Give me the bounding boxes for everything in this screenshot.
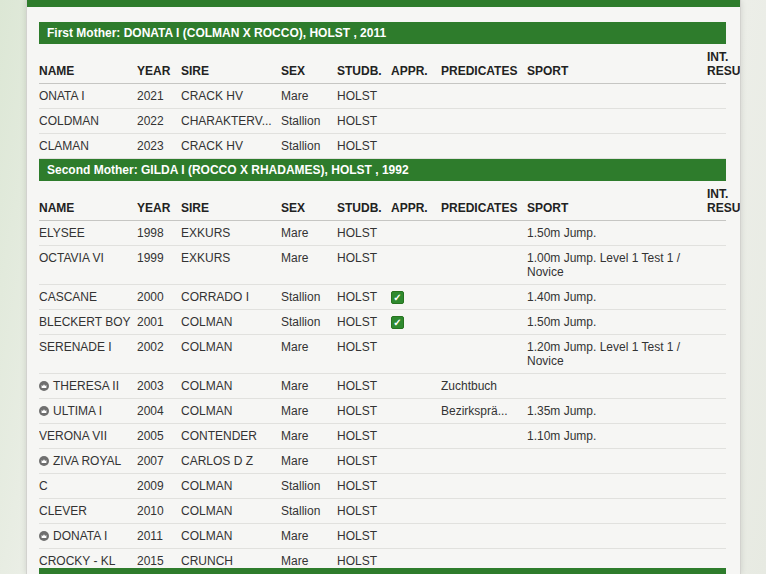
sex-cell: Mare bbox=[281, 424, 337, 449]
offspring-row: CASCANE2000CORRADO IStallionHOLST✓1.40m … bbox=[39, 285, 726, 310]
int-results-cell bbox=[707, 134, 726, 159]
predicates-cell: Zuchtbuch bbox=[441, 374, 527, 399]
horse-name[interactable]: ELYSEE bbox=[39, 226, 85, 240]
appr-cell bbox=[391, 499, 441, 524]
horse-name[interactable]: DONATA I bbox=[53, 529, 107, 543]
sire-cell: COLMAN bbox=[181, 399, 281, 424]
horse-name-cell[interactable]: BLECKERT BOY bbox=[39, 310, 137, 335]
horse-name-cell[interactable]: COLDMAN bbox=[39, 109, 137, 134]
horse-name[interactable]: THERESA II bbox=[53, 379, 119, 393]
horse-name-cell[interactable]: ULTIMA I bbox=[39, 399, 137, 424]
predicates-cell bbox=[441, 499, 527, 524]
int-results-cell bbox=[707, 335, 726, 374]
horse-name-cell[interactable]: C bbox=[39, 474, 137, 499]
offspring-row: ELYSEE1998EXKURSMareHOLST1.50m Jump. bbox=[39, 221, 726, 246]
sire-cell: COLMAN bbox=[181, 524, 281, 549]
predicates-cell bbox=[441, 310, 527, 335]
int-results-cell bbox=[707, 374, 726, 399]
year-cell: 2004 bbox=[137, 399, 181, 424]
column-header-sire: SIRE bbox=[181, 44, 281, 84]
horse-name[interactable]: VERONA VII bbox=[39, 429, 107, 443]
sire-cell: COLMAN bbox=[181, 335, 281, 374]
int-results-cell bbox=[707, 474, 726, 499]
horse-name[interactable]: CLAMAN bbox=[39, 139, 89, 153]
horse-name-cell[interactable]: CLAMAN bbox=[39, 134, 137, 159]
column-header-year: YEAR bbox=[137, 181, 181, 221]
studb-cell: HOLST bbox=[337, 335, 391, 374]
horse-name[interactable]: C bbox=[39, 479, 48, 493]
year-cell: 2007 bbox=[137, 449, 181, 474]
horse-name-cell[interactable]: VERONA VII bbox=[39, 424, 137, 449]
year-cell: 1998 bbox=[137, 221, 181, 246]
horse-name[interactable]: ONATA I bbox=[39, 89, 85, 103]
appr-cell bbox=[391, 134, 441, 159]
horse-name-cell[interactable]: ZIVA ROYAL bbox=[39, 449, 137, 474]
column-header-name: NAME bbox=[39, 44, 137, 84]
offspring-row: ZIVA ROYAL2007CARLOS D ZMareHOLST bbox=[39, 449, 726, 474]
horse-name[interactable]: ZIVA ROYAL bbox=[53, 454, 121, 468]
sport-cell bbox=[527, 109, 707, 134]
horse-name-cell[interactable]: CLEVER bbox=[39, 499, 137, 524]
column-header-predicates: PREDICATES bbox=[441, 44, 527, 84]
sport-cell: 1.00m Jump. Level 1 Test 1 / Novice bbox=[527, 246, 707, 285]
horse-name[interactable]: SERENADE I bbox=[39, 340, 112, 354]
studb-cell: HOLST bbox=[337, 246, 391, 285]
section-title: First Mother: DONATA I (COLMAN X ROCCO),… bbox=[47, 26, 386, 40]
sex-cell: Stallion bbox=[281, 474, 337, 499]
predicates-cell bbox=[441, 246, 527, 285]
sire-cell: COLMAN bbox=[181, 374, 281, 399]
sport-cell: 1.10m Jump. bbox=[527, 424, 707, 449]
section-header-bar: Second Mother: GILDA I (ROCCO X RHADAMES… bbox=[39, 159, 726, 181]
predicates-cell bbox=[441, 134, 527, 159]
horse-name-cell[interactable]: DONATA I bbox=[39, 524, 137, 549]
sire-cell: CRACK HV bbox=[181, 84, 281, 109]
appr-cell: ✓ bbox=[391, 285, 441, 310]
predicates-cell bbox=[441, 424, 527, 449]
sex-cell: Stallion bbox=[281, 310, 337, 335]
sex-cell: Mare bbox=[281, 374, 337, 399]
horse-name[interactable]: COLDMAN bbox=[39, 114, 99, 128]
horse-name[interactable]: ULTIMA I bbox=[53, 404, 102, 418]
predicates-cell bbox=[441, 474, 527, 499]
predicates-cell bbox=[441, 449, 527, 474]
int-results-cell bbox=[707, 310, 726, 335]
appr-cell bbox=[391, 424, 441, 449]
premium-icon bbox=[39, 406, 49, 416]
appr-cell bbox=[391, 449, 441, 474]
card-content: First Mother: DONATA I (COLMAN X ROCCO),… bbox=[27, 22, 740, 574]
column-header-sport: SPORT bbox=[527, 181, 707, 221]
predicates-cell bbox=[441, 524, 527, 549]
horse-name[interactable]: CROCKY - KL bbox=[39, 554, 115, 568]
next-section-header-bar bbox=[39, 568, 726, 574]
offspring-table: NAMEYEARSIRESEXSTUDB.APPR.PREDICATESSPOR… bbox=[39, 44, 726, 159]
horse-name[interactable]: CLEVER bbox=[39, 504, 87, 518]
horse-name[interactable]: OCTAVIA VI bbox=[39, 251, 104, 265]
studb-cell: HOLST bbox=[337, 424, 391, 449]
horse-name[interactable]: BLECKERT BOY bbox=[39, 315, 131, 329]
appr-cell bbox=[391, 221, 441, 246]
horse-name[interactable]: CASCANE bbox=[39, 290, 97, 304]
column-header-predicates: PREDICATES bbox=[441, 181, 527, 221]
year-cell: 2022 bbox=[137, 109, 181, 134]
studb-cell: HOLST bbox=[337, 524, 391, 549]
column-header-name: NAME bbox=[39, 181, 137, 221]
year-cell: 1999 bbox=[137, 246, 181, 285]
horse-name-cell[interactable]: ONATA I bbox=[39, 84, 137, 109]
premium-icon bbox=[39, 456, 49, 466]
appr-cell: ✓ bbox=[391, 310, 441, 335]
horse-name-cell[interactable]: THERESA II bbox=[39, 374, 137, 399]
horse-name-cell[interactable]: CASCANE bbox=[39, 285, 137, 310]
year-cell: 2011 bbox=[137, 524, 181, 549]
sire-cell: EXKURS bbox=[181, 246, 281, 285]
sire-cell: EXKURS bbox=[181, 221, 281, 246]
horse-name-cell[interactable]: OCTAVIA VI bbox=[39, 246, 137, 285]
sire-cell: CRACK HV bbox=[181, 134, 281, 159]
pedigree-card: First Mother: DONATA I (COLMAN X ROCCO),… bbox=[26, 0, 741, 574]
horse-name-cell[interactable]: ELYSEE bbox=[39, 221, 137, 246]
sex-cell: Mare bbox=[281, 84, 337, 109]
horse-name-cell[interactable]: SERENADE I bbox=[39, 335, 137, 374]
int-results-cell bbox=[707, 109, 726, 134]
sport-cell: 1.50m Jump. bbox=[527, 310, 707, 335]
int-results-cell bbox=[707, 524, 726, 549]
sport-cell: 1.50m Jump. bbox=[527, 221, 707, 246]
